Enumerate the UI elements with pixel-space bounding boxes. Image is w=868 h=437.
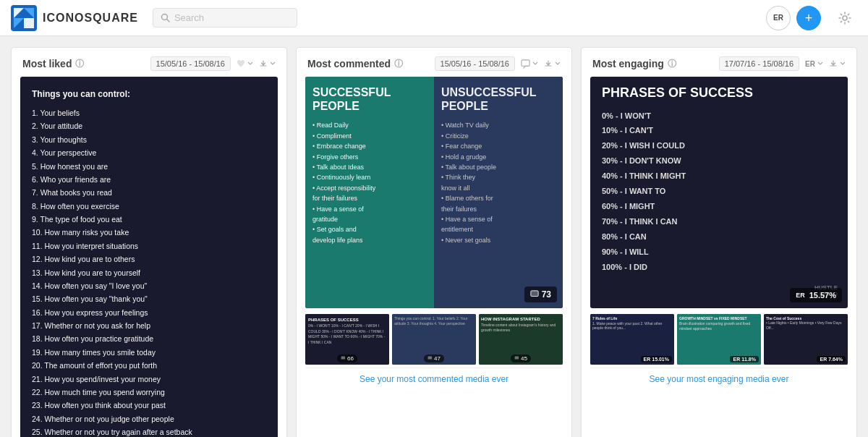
commented-image-content: SUCCESSFUL PEOPLE • Read Daily• Complime… (305, 77, 563, 308)
phrase-item: 50% - I WANT TO (602, 184, 836, 199)
chevron-down-icon-6 (840, 61, 846, 67)
successful-item: gratitude (312, 214, 427, 224)
liked-item: 21. How you spend/invest your money (32, 373, 266, 386)
engaging-thumb-3[interactable]: The Cost of Success • Late Nights • Earl… (764, 314, 848, 365)
unsuccessful-item: • Watch TV daily (441, 120, 556, 130)
main-image-engaging: PHRASES OF SUCCESS 0% - I WON'T10% - I C… (590, 77, 848, 308)
successful-items: • Read Daily• Compliment• Embrace change… (312, 120, 427, 245)
phrase-item: 10% - I CAN'T (602, 123, 836, 138)
liked-item: 18. How often you practice gratitude (32, 332, 266, 345)
er-filter-engaging[interactable]: ER (805, 60, 823, 68)
download-btn-commented[interactable] (544, 59, 561, 68)
commented-thumb-1-badge: 66 (337, 355, 357, 362)
phrase-item: 30% - I DON'T KNOW (602, 153, 836, 169)
logo-text: ICONOSQUARE (43, 12, 138, 25)
engaging-thumb-2-badge: ER 11.8% (730, 356, 759, 362)
unsuccessful-item: • Fear change (441, 141, 556, 151)
card-header-engaging: Most engaging ⓘ 17/07/16 - 15/08/16 ER (582, 48, 856, 77)
info-icon-commented[interactable]: ⓘ (394, 58, 403, 70)
engaging-thumb-2[interactable]: GROWTH MINDSET vs FIXED MINDSET Brain il… (677, 314, 761, 365)
liked-item: 4. Your perspective (32, 146, 266, 159)
unsuccessful-item: • Blame others for (441, 193, 556, 203)
engaging-thumb-1[interactable]: 7 Rules of Life 1. Make peace with your … (590, 314, 674, 365)
chevron-down-icon-3 (532, 61, 538, 67)
phrase-item: 60% - I MIGHT (602, 199, 836, 214)
phrase-item: 70% - I THINK I CAN (602, 214, 836, 229)
unsuccessful-item: • Hold a grudge (441, 152, 556, 162)
add-button[interactable]: + (796, 6, 821, 30)
liked-item: 13. How kind you are to yourself (32, 266, 266, 279)
engaging-thumbnails: 7 Rules of Life 1. Make peace with your … (582, 308, 856, 368)
liked-item: 7. What books you read (32, 186, 266, 199)
gear-icon (838, 12, 851, 25)
successful-col: SUCCESSFUL PEOPLE • Read Daily• Complime… (305, 77, 434, 308)
liked-item: 14. How often you say "I love you" (32, 279, 266, 292)
unsuccessful-col: UNSUCCESSFUL PEOPLE • Watch TV daily• Cr… (434, 77, 563, 308)
liked-items: 1. Your beliefs2. Your attitude3. Your t… (32, 106, 266, 437)
liked-item: 20. The amount of effort you put forth (32, 359, 266, 372)
comment-count-badge: 73 (524, 287, 557, 302)
commented-thumb-1[interactable]: PHRASES OF SUCCESS 0% - I WON'T 10% - I … (305, 314, 389, 365)
most-engaging-card: Most engaging ⓘ 17/07/16 - 15/08/16 ER P… (581, 47, 857, 437)
liked-item: 23. How often you think about your past (32, 399, 266, 412)
date-badge-engaging: 17/07/16 - 15/08/16 (719, 56, 799, 71)
card-title-engaging: Most engaging ⓘ (592, 58, 676, 70)
svg-point-7 (843, 16, 847, 20)
comment-filter-commented[interactable] (521, 59, 538, 69)
like-filter-liked[interactable] (237, 59, 253, 68)
see-more-engaging[interactable]: See your most engaging media ever (582, 368, 856, 390)
chevron-down-icon (247, 61, 253, 67)
liked-item: 3. Your thoughts (32, 133, 266, 146)
unsuccessful-item: • Think they (441, 172, 556, 182)
liked-item: 5. How honest you are (32, 160, 266, 173)
successful-item: • Read Daily (312, 120, 427, 130)
unsuccessful-item: • Have a sense of (441, 214, 556, 224)
search-bar[interactable]: Search (153, 8, 297, 27)
commented-thumb-3[interactable]: HOW INSTAGRAM STARTED Timeline content a… (479, 314, 563, 365)
svg-marker-4 (24, 18, 34, 28)
see-more-commented[interactable]: See your most commented media ever (297, 368, 571, 390)
info-icon-liked[interactable]: ⓘ (75, 58, 84, 70)
successful-item: develop life plans (312, 235, 427, 245)
most-commented-card: Most commented ⓘ 15/05/16 - 15/08/16 SUC… (296, 47, 572, 437)
successful-item: • Set goals and (312, 224, 427, 234)
svg-rect-11 (428, 357, 433, 360)
date-badge-liked: 15/05/16 - 15/08/16 (150, 56, 231, 71)
svg-rect-12 (515, 357, 519, 360)
download-icon (259, 59, 268, 68)
header: ICONOSQUARE Search ER + (0, 0, 868, 36)
download-btn-liked[interactable] (259, 59, 276, 68)
download-icon-2 (544, 59, 553, 68)
chevron-down-icon-2 (270, 61, 276, 67)
liked-heading: Things you can control: (32, 87, 266, 102)
liked-item: 10. How many risks you take (32, 226, 266, 239)
liked-item: 9. The type of food you eat (32, 213, 266, 226)
er-value-main: 15.57% (809, 291, 836, 300)
header-right: ER + (766, 6, 857, 30)
unsuccessful-item: their failures (441, 204, 556, 214)
info-icon-engaging[interactable]: ⓘ (668, 58, 676, 70)
unsuccessful-item: • Criticize (441, 131, 556, 141)
logo: ICONOSQUARE (11, 5, 138, 31)
successful-item: • Compliment (312, 131, 427, 141)
liked-item: 19. How many times you smile today (32, 346, 266, 359)
engaging-image-content: PHRASES OF SUCCESS 0% - I WON'T10% - I C… (590, 77, 848, 308)
avatar-button[interactable]: ER (766, 6, 791, 30)
successful-item: • Have a sense of (312, 204, 427, 214)
settings-button[interactable] (833, 6, 857, 30)
card-controls-liked: 15/05/16 - 15/08/16 (150, 56, 276, 71)
commented-thumb-2[interactable]: Things you can control: 1. Your beliefs … (392, 314, 476, 365)
unsuccessful-item: • Never set goals (441, 235, 556, 245)
liked-item: 22. How much time you spend worrying (32, 386, 266, 399)
download-btn-engaging[interactable] (829, 59, 846, 68)
unsuccessful-items: • Watch TV daily• Criticize• Fear change… (441, 120, 556, 245)
liked-image-content: Things you can control: 1. Your beliefs2… (20, 77, 278, 437)
engaging-thumb-3-badge: ER 7.64% (817, 356, 846, 362)
phrase-item: 90% - I WILL (602, 245, 836, 260)
liked-item: 17. Whether or not you ask for help (32, 319, 266, 332)
heart-icon (237, 59, 245, 68)
card-header-commented: Most commented ⓘ 15/05/16 - 15/08/16 (297, 48, 571, 77)
phrase-item: 100% - I DID (602, 260, 836, 275)
liked-item: 16. How you express your feelings (32, 306, 266, 319)
svg-line-6 (166, 20, 169, 22)
